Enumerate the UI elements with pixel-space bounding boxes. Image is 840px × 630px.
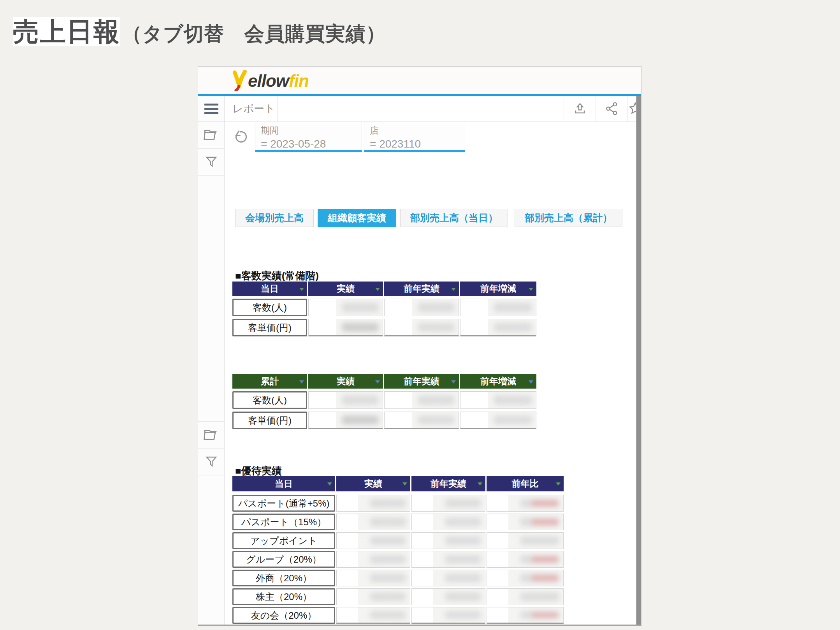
filter-field-period[interactable]: 期間 = 2023-05-28 bbox=[255, 122, 362, 152]
logo-bar: ellow fin bbox=[198, 67, 641, 94]
logo-text-ellow: ellow bbox=[248, 71, 289, 91]
row-label-cell: パスポート(通常+5%) bbox=[232, 495, 335, 512]
sort-icon bbox=[299, 380, 304, 384]
report-main: レポート bbox=[225, 96, 641, 626]
row-label-cell: 客単価(円) bbox=[232, 412, 307, 429]
tab-organization-customers[interactable]: 組織顧客実績 bbox=[318, 209, 396, 227]
blur-redaction bbox=[520, 574, 559, 582]
share-button[interactable] bbox=[596, 96, 627, 121]
sort-icon bbox=[299, 288, 304, 291]
header-cell[interactable]: 当日 bbox=[232, 476, 335, 491]
header-cell[interactable]: 前年増減 bbox=[460, 282, 536, 296]
row-label-cell: パスポート（15%） bbox=[232, 514, 335, 530]
table-customer-count-cumulative: 累計 実績 前年実績 前年増減 客数(人) 客単価(円) bbox=[232, 374, 536, 429]
value-cell bbox=[487, 495, 564, 512]
blur-redaction bbox=[342, 395, 379, 405]
menu-button[interactable] bbox=[198, 96, 224, 122]
table-row: 外商（20%） bbox=[232, 570, 564, 586]
table-header-row: 累計 実績 前年実績 前年増減 bbox=[232, 374, 536, 389]
blur-redaction bbox=[445, 499, 481, 508]
tab-venue-sales[interactable]: 会場別売上高 bbox=[235, 209, 314, 227]
value-cell bbox=[336, 607, 410, 624]
table-body: パスポート(通常+5%) パスポート（15%） アップポイント bbox=[232, 495, 564, 624]
value-cell bbox=[487, 570, 564, 586]
header-cell[interactable]: 実績 bbox=[308, 374, 383, 389]
header-cell[interactable]: 累計 bbox=[232, 374, 307, 389]
filter-button[interactable] bbox=[198, 149, 224, 176]
header-cell[interactable]: 前年実績 bbox=[384, 374, 459, 389]
blur-redaction bbox=[520, 611, 559, 619]
value-cell bbox=[336, 495, 410, 512]
blur-redaction bbox=[520, 499, 559, 508]
row-label-cell: アップポイント bbox=[232, 532, 335, 549]
blur-redaction bbox=[520, 592, 559, 601]
header-cell[interactable]: 前年比 bbox=[487, 476, 564, 491]
blur-redaction bbox=[445, 574, 481, 582]
table-body: 客数(人) 客単価(円) bbox=[232, 299, 536, 336]
page-title-main: 売上日報 bbox=[13, 17, 120, 46]
value-cell bbox=[308, 299, 383, 316]
folder-icon bbox=[204, 128, 219, 142]
table-row: 友の会（20%） bbox=[232, 607, 564, 624]
folder-button[interactable] bbox=[198, 122, 224, 149]
filter-button-2[interactable] bbox=[198, 449, 224, 475]
filter-label: 期間 bbox=[261, 125, 356, 137]
header-cell[interactable]: 実績 bbox=[308, 282, 383, 296]
blur-redaction bbox=[370, 611, 406, 619]
header-cell[interactable]: 実績 bbox=[336, 476, 410, 491]
page-title: 売上日報 （タブ切替 会員購買実績） bbox=[13, 14, 386, 49]
sort-icon bbox=[375, 380, 380, 384]
vertical-scrollbar[interactable] bbox=[636, 96, 641, 626]
share-icon bbox=[605, 101, 619, 116]
page-title-sub: （タブ切替 会員購買実績） bbox=[122, 23, 386, 45]
blur-redaction bbox=[445, 517, 481, 526]
report-menu-button[interactable]: レポート bbox=[225, 96, 278, 121]
value-cell bbox=[336, 514, 410, 530]
row-label-cell: 客数(人) bbox=[232, 299, 307, 316]
header-cell[interactable]: 前年実績 bbox=[411, 476, 485, 491]
header-cell[interactable]: 前年増減 bbox=[460, 374, 536, 389]
header-cell[interactable]: 当日 bbox=[232, 282, 307, 296]
toolbar: レポート bbox=[225, 96, 641, 122]
blur-redaction bbox=[445, 536, 481, 545]
value-cell bbox=[411, 532, 485, 549]
blur-redaction bbox=[370, 536, 406, 545]
blur-redaction bbox=[370, 555, 406, 564]
section-title-customer-count: ■客数実績(常備階) bbox=[235, 269, 319, 283]
export-button[interactable] bbox=[564, 96, 596, 121]
filter-field-store[interactable]: 店 = 2023110 bbox=[364, 122, 465, 152]
header-cell[interactable]: 前年実績 bbox=[384, 282, 459, 296]
tab-dept-sales-today[interactable]: 部別売上高（当日） bbox=[400, 209, 508, 227]
tab-dept-sales-cumulative[interactable]: 部別売上高（累計） bbox=[515, 209, 622, 227]
row-label-cell: 客単価(円) bbox=[232, 319, 307, 336]
blur-redaction bbox=[494, 395, 532, 405]
value-cell bbox=[411, 551, 485, 568]
blur-redaction bbox=[445, 555, 481, 564]
report-menu-label: レポート bbox=[232, 102, 275, 116]
row-label-cell: 外商（20%） bbox=[232, 570, 335, 586]
value-cell bbox=[460, 319, 536, 336]
value-cell bbox=[384, 391, 459, 409]
row-label-cell: 友の会（20%） bbox=[232, 607, 335, 624]
value-cell bbox=[487, 514, 564, 530]
folder-button-2[interactable] bbox=[198, 422, 224, 449]
blur-redaction bbox=[418, 415, 455, 424]
blur-redaction bbox=[494, 323, 532, 332]
value-cell bbox=[411, 570, 485, 586]
blur-redaction bbox=[418, 323, 455, 332]
table-header-row: 当日 実績 前年実績 前年増減 bbox=[232, 282, 536, 296]
blur-redaction bbox=[494, 415, 532, 424]
value-cell bbox=[487, 607, 564, 624]
undo-icon bbox=[232, 129, 248, 145]
table-row: アップポイント bbox=[232, 532, 564, 549]
sort-icon bbox=[402, 482, 407, 486]
row-label-cell: グループ（20%） bbox=[232, 551, 335, 568]
value-cell bbox=[411, 495, 485, 512]
report-tabs: 会場別売上高 組織顧客実績 部別売上高（当日） 部別売上高（累計） bbox=[235, 209, 626, 227]
blur-redaction bbox=[370, 499, 406, 508]
value-cell bbox=[487, 532, 564, 549]
undo-button[interactable] bbox=[225, 122, 255, 152]
hamburger-menu-icon bbox=[204, 104, 218, 114]
value-cell bbox=[460, 412, 536, 429]
filter-funnel-icon bbox=[204, 155, 218, 169]
